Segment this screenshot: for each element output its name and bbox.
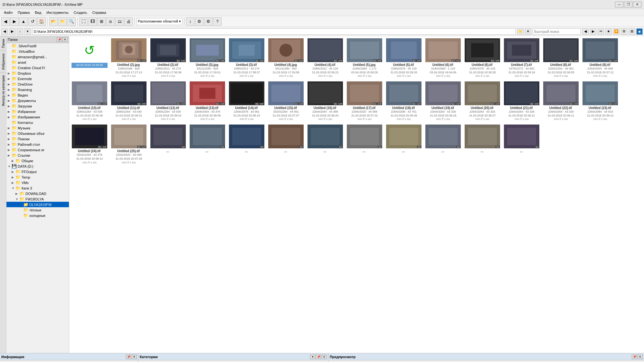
sidebar-close-button[interactable]: ✕ — [62, 37, 68, 42]
tree-item-download[interactable]: ▶📁DOWNLOAD — [6, 191, 69, 196]
menu-help[interactable]: Справка — [90, 10, 109, 15]
tree-item-creativecloud[interactable]: 📁Creative Cloud Fi — [6, 65, 69, 70]
addr-go-button[interactable]: ⭐ — [517, 28, 524, 35]
file-item-17[interactable]: iccexif Untitled (14).tif 2264x3376 · 44… — [228, 80, 266, 122]
addr-nav-button[interactable]: ▾ — [525, 28, 531, 35]
file-item-13[interactable]: iccexif Untitled (10).tif 3280x2264 · 43… — [71, 80, 109, 122]
tree-item-video[interactable]: ▶📁Видео — [6, 92, 69, 98]
tree-item-warm[interactable]: 📁тёплые — [6, 207, 69, 213]
tree-item-onedrive[interactable]: ▶📁OneDrive — [6, 81, 69, 87]
search-input[interactable] — [533, 28, 581, 35]
tree-item-dropbox[interactable]: ▶📁Dropbox — [6, 70, 69, 76]
menu-tools[interactable]: Инструменты — [44, 10, 71, 15]
close-button[interactable]: ✕ — [633, 2, 641, 7]
tree-item-images[interactable]: ▶📁Изображения — [6, 114, 69, 120]
minimize-button[interactable]: — — [615, 2, 623, 7]
filter-button[interactable]: ⚙ — [195, 17, 204, 26]
file-item-5[interactable]: iccexif Untitled (4).tif 2280x3312 · 45 … — [306, 37, 344, 79]
forward-button[interactable]: ▶ — [10, 17, 19, 26]
file-item-27[interactable]: iccexif Untitled (24).tif 3344x2264 · 44… — [71, 124, 109, 165]
browser-button[interactable]: 🗂 — [115, 17, 124, 26]
search-next-button[interactable]: ▶ — [590, 28, 596, 35]
tree-item-cold[interactable]: 📁холодные — [6, 213, 69, 218]
file-item-28[interactable]: iccexif Untitled (25).tif 2264x3320 · 44… — [110, 124, 148, 165]
file-item-21[interactable]: iccexif Untitled (18).tif 2264x3296 · 43… — [385, 80, 423, 122]
search-prev-button[interactable]: ◀ — [582, 28, 589, 35]
addr-up-button[interactable]: ↑ — [17, 28, 23, 35]
search-star-button[interactable]: ★ — [605, 28, 612, 35]
preview-pin-button[interactable]: 📌 — [632, 355, 637, 359]
file-item-35[interactable]: icc ... — [385, 124, 423, 165]
tree-item-silverfast[interactable]: 📁.SilverFast8 — [6, 43, 69, 49]
file-item-31[interactable]: icc ... — [228, 124, 266, 165]
file-item-22[interactable]: iccexif Untitled (19).tif 2264x3264 · 43… — [424, 80, 462, 122]
tab-category-filter[interactable]: Фильтр по категории — [0, 72, 6, 109]
file-item-36[interactable]: icc ... — [424, 124, 462, 165]
sort-button[interactable]: ↕ — [186, 17, 194, 26]
tree-item-links[interactable]: ▶📁Ссылки — [6, 153, 69, 158]
file-item-33[interactable]: icc ... — [306, 124, 344, 165]
file-item-20[interactable]: iccexif Untitled (17).tif 2264x3320 · 44… — [346, 80, 384, 122]
tab-favorites[interactable]: Избранное — [0, 51, 6, 72]
tree-item-almazavr[interactable]: 📁almazavr@gmail... — [6, 54, 69, 60]
tree-item-shared[interactable]: ▶📁Общие — [6, 158, 69, 163]
file-item-14[interactable]: iccexif Untitled (11).tif 3280x2264 · 43… — [110, 80, 148, 122]
file-item-32[interactable]: icc ... — [267, 124, 305, 165]
file-item-3[interactable]: iccexif Untitled (3).tif 2280x3312 · 44 … — [228, 37, 266, 79]
menu-create[interactable]: Создать — [71, 10, 90, 15]
file-item-18[interactable]: iccexif Untitled (15).tif 3320x2264 · 44… — [267, 80, 305, 122]
up-button[interactable]: ▲ — [19, 17, 28, 26]
tree-item-ffoutput[interactable]: ▶📁FFOutput — [6, 169, 69, 174]
filter-icon-button[interactable]: 🔽 — [613, 28, 620, 35]
file-item-2[interactable]: iccexif Untitled (3).jpg 3312x2280 · 929… — [188, 37, 226, 79]
tree-item-evernote[interactable]: ▶📁Evernote — [6, 76, 69, 81]
restore-button[interactable]: ❐ — [624, 2, 632, 7]
info-pin-button[interactable]: 📌 — [126, 355, 131, 359]
cat-pin-button[interactable]: 📌 — [316, 355, 321, 359]
tree-item-ansel[interactable]: 📁ansel — [6, 60, 69, 65]
view-button[interactable]: ⊞ — [97, 17, 106, 26]
file-item-15[interactable]: iccexif Untitled (12).tif 3280x2264 · 43… — [149, 80, 187, 122]
addr-forward-button[interactable]: ▶ — [9, 28, 15, 35]
file-item-8[interactable]: iccexif Untitled (6).tif 2240x3360 · 1 1… — [424, 37, 462, 79]
file-item-34[interactable]: icc ... — [346, 124, 384, 165]
sidebar-pin-button[interactable]: 📌 — [57, 37, 62, 42]
filmstrip-button[interactable]: 🎞 — [88, 17, 97, 26]
print-button[interactable]: 🖨 — [124, 17, 133, 26]
address-input[interactable] — [32, 28, 516, 35]
file-item-9[interactable]: iccexif Untitled (6).tif 2280x3376 · 45 … — [463, 37, 501, 79]
addr-back-button[interactable]: ◀ — [1, 28, 8, 35]
refresh-button[interactable]: ↺ — [28, 17, 37, 26]
color-button[interactable]: ■ — [636, 28, 643, 35]
file-item-11[interactable]: iccexif Untitled (8).tif 3320x2264 · 44 … — [542, 37, 580, 79]
menu-edit[interactable]: Правка — [15, 10, 32, 15]
search-clear-button[interactable]: ✏ — [598, 28, 604, 35]
folder-button[interactable]: 📁 — [58, 17, 67, 26]
tree-item-contacts[interactable]: 📁Контакты — [6, 120, 69, 125]
file-item-30[interactable]: icc ... — [188, 124, 226, 165]
file-item-38[interactable]: icc ... — [503, 124, 541, 165]
tree-item-olya1819fw[interactable]: 📁OLYA1819FW — [6, 202, 69, 207]
menu-file[interactable]: Файл — [1, 10, 15, 15]
tree-item-datad[interactable]: ▼💾DATA (D:) — [6, 163, 69, 169]
tree-item-desktop[interactable]: ▶📁Рабочий стол — [6, 142, 69, 147]
file-item-4[interactable]: iccexif Untitled (4).jpg 3312x2280 · 942… — [267, 37, 305, 79]
tree-item-roaming[interactable]: ▶📁Roaming — [6, 87, 69, 92]
fullscreen-button[interactable]: ⛶ — [79, 17, 88, 26]
file-item-10[interactable]: iccexif Untitled (7).tif 3376x2272 · 44 … — [503, 37, 541, 79]
cat-menu-button[interactable]: ▾ — [310, 355, 315, 359]
tree-item-savedgames[interactable]: ▶📁Сохраненные иг — [6, 147, 69, 153]
tree-item-temp[interactable]: ▶📁Temp — [6, 174, 69, 180]
open-button[interactable]: 📂 — [49, 17, 58, 26]
file-item-19[interactable]: iccexif Untitled (16).tif 2264x3344 · 44… — [306, 80, 344, 122]
file-item-refresh[interactable]: ↺ 03.04.2018 14:28:49 — [71, 37, 109, 79]
tree-item-docs[interactable]: ▶📁Документы — [6, 98, 69, 103]
back-button[interactable]: ◀ — [1, 17, 10, 26]
tree-item-kati3[interactable]: ▼📁Кати 3 — [6, 185, 69, 191]
addr-history-button[interactable]: ▾ — [24, 28, 31, 35]
addr-settings-button[interactable]: ⚙ — [621, 28, 627, 35]
view-mode-button[interactable]: ⊞ — [629, 28, 635, 35]
tree-item-vms[interactable]: ▶📁VMs — [6, 180, 69, 185]
file-item-6[interactable]: iccexif Untitled (5).jpg 2240x3360 · 1 1… — [346, 37, 384, 79]
menu-view[interactable]: Вид — [32, 10, 44, 15]
